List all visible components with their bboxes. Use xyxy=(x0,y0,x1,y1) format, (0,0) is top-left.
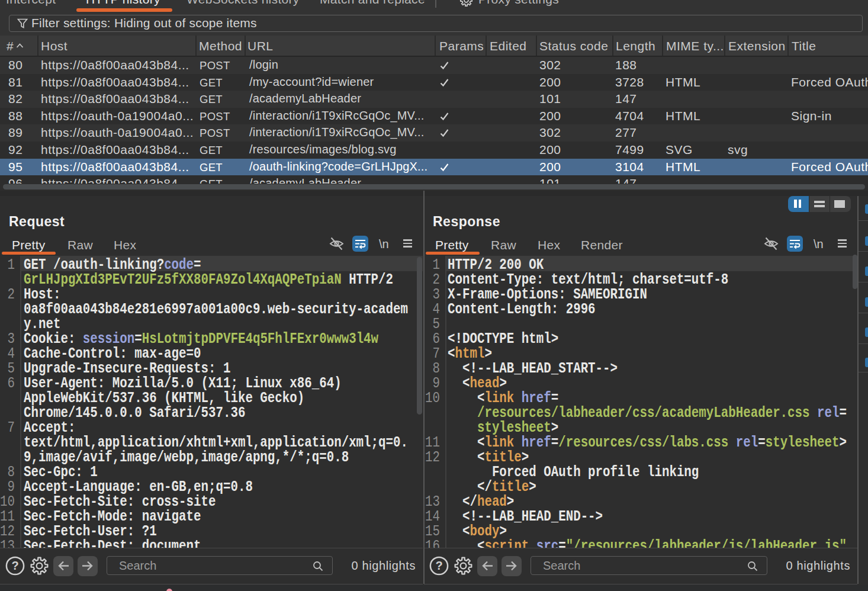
svg-text:?: ? xyxy=(11,559,18,572)
svg-text:?: ? xyxy=(435,559,442,572)
